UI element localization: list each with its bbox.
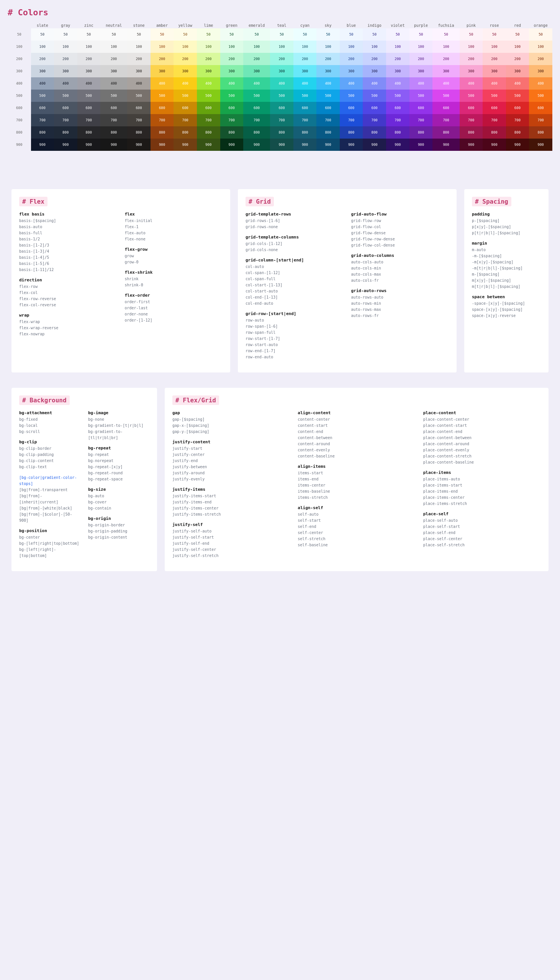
color-cell-lime-200[interactable]: 200 [197,53,220,65]
color-cell-slate-800[interactable]: 800 [31,126,54,139]
color-cell-purple-400[interactable]: 400 [410,77,433,90]
color-cell-amber-50[interactable]: 50 [150,28,174,41]
color-cell-amber-200[interactable]: 200 [150,53,174,65]
color-cell-emerald-600[interactable]: 600 [243,102,270,114]
color-cell-lime-500[interactable]: 500 [197,90,220,102]
color-cell-orange-600[interactable]: 600 [529,102,552,114]
color-cell-emerald-800[interactable]: 800 [243,126,270,139]
color-cell-sky-600[interactable]: 600 [317,102,340,114]
color-cell-blue-200[interactable]: 200 [340,53,363,65]
color-cell-violet-800[interactable]: 800 [386,126,410,139]
color-cell-cyan-600[interactable]: 600 [293,102,317,114]
color-cell-red-50[interactable]: 50 [506,28,529,41]
color-cell-cyan-100[interactable]: 100 [293,41,317,53]
color-cell-pink-400[interactable]: 400 [460,77,483,90]
color-cell-neutral-400[interactable]: 400 [100,77,127,90]
color-cell-cyan-200[interactable]: 200 [293,53,317,65]
color-cell-pink-500[interactable]: 500 [460,90,483,102]
color-cell-green-400[interactable]: 400 [220,77,243,90]
color-cell-stone-200[interactable]: 200 [127,53,150,65]
color-cell-emerald-100[interactable]: 100 [243,41,270,53]
color-cell-emerald-500[interactable]: 500 [243,90,270,102]
color-cell-purple-200[interactable]: 200 [410,53,433,65]
color-cell-emerald-300[interactable]: 300 [243,65,270,77]
color-cell-violet-200[interactable]: 200 [386,53,410,65]
color-cell-amber-300[interactable]: 300 [150,65,174,77]
color-cell-stone-700[interactable]: 700 [127,114,150,126]
color-cell-gray-900[interactable]: 900 [54,139,77,151]
color-cell-neutral-500[interactable]: 500 [100,90,127,102]
color-cell-fuchsia-200[interactable]: 200 [432,53,459,65]
color-cell-slate-50[interactable]: 50 [31,28,54,41]
color-cell-red-200[interactable]: 200 [506,53,529,65]
color-cell-fuchsia-400[interactable]: 400 [432,77,459,90]
color-cell-gray-400[interactable]: 400 [54,77,77,90]
color-cell-violet-50[interactable]: 50 [386,28,410,41]
color-cell-zinc-300[interactable]: 300 [77,65,101,77]
color-cell-purple-500[interactable]: 500 [410,90,433,102]
color-cell-green-800[interactable]: 800 [220,126,243,139]
color-cell-yellow-200[interactable]: 200 [173,53,197,65]
color-cell-lime-100[interactable]: 100 [197,41,220,53]
color-cell-violet-300[interactable]: 300 [386,65,410,77]
color-cell-lime-700[interactable]: 700 [197,114,220,126]
color-cell-orange-100[interactable]: 100 [529,41,552,53]
color-cell-rose-500[interactable]: 500 [483,90,506,102]
color-cell-emerald-400[interactable]: 400 [243,77,270,90]
color-cell-rose-300[interactable]: 300 [483,65,506,77]
color-cell-teal-900[interactable]: 900 [270,139,293,151]
color-cell-amber-100[interactable]: 100 [150,41,174,53]
color-cell-teal-800[interactable]: 800 [270,126,293,139]
color-cell-teal-500[interactable]: 500 [270,90,293,102]
color-cell-purple-300[interactable]: 300 [410,65,433,77]
color-cell-green-500[interactable]: 500 [220,90,243,102]
color-cell-red-800[interactable]: 800 [506,126,529,139]
color-cell-purple-600[interactable]: 600 [410,102,433,114]
color-cell-yellow-600[interactable]: 600 [173,102,197,114]
color-cell-violet-400[interactable]: 400 [386,77,410,90]
color-cell-purple-800[interactable]: 800 [410,126,433,139]
color-cell-cyan-400[interactable]: 400 [293,77,317,90]
color-cell-lime-300[interactable]: 300 [197,65,220,77]
color-cell-indigo-600[interactable]: 600 [363,102,386,114]
color-cell-stone-100[interactable]: 100 [127,41,150,53]
color-cell-green-600[interactable]: 600 [220,102,243,114]
color-cell-fuchsia-100[interactable]: 100 [432,41,459,53]
color-cell-neutral-900[interactable]: 900 [100,139,127,151]
color-cell-slate-700[interactable]: 700 [31,114,54,126]
color-cell-pink-200[interactable]: 200 [460,53,483,65]
color-cell-slate-600[interactable]: 600 [31,102,54,114]
color-cell-lime-800[interactable]: 800 [197,126,220,139]
color-cell-rose-50[interactable]: 50 [483,28,506,41]
color-cell-neutral-600[interactable]: 600 [100,102,127,114]
color-cell-neutral-50[interactable]: 50 [100,28,127,41]
color-cell-indigo-500[interactable]: 500 [363,90,386,102]
color-cell-cyan-700[interactable]: 700 [293,114,317,126]
color-cell-zinc-800[interactable]: 800 [77,126,101,139]
color-cell-gray-500[interactable]: 500 [54,90,77,102]
color-cell-purple-100[interactable]: 100 [410,41,433,53]
color-cell-neutral-800[interactable]: 800 [100,126,127,139]
color-cell-lime-400[interactable]: 400 [197,77,220,90]
color-cell-orange-400[interactable]: 400 [529,77,552,90]
color-cell-zinc-200[interactable]: 200 [77,53,101,65]
color-cell-emerald-700[interactable]: 700 [243,114,270,126]
color-cell-fuchsia-500[interactable]: 500 [432,90,459,102]
color-cell-rose-800[interactable]: 800 [483,126,506,139]
color-cell-pink-100[interactable]: 100 [460,41,483,53]
color-cell-rose-700[interactable]: 700 [483,114,506,126]
color-cell-blue-800[interactable]: 800 [340,126,363,139]
color-cell-red-500[interactable]: 500 [506,90,529,102]
color-cell-rose-400[interactable]: 400 [483,77,506,90]
color-cell-blue-400[interactable]: 400 [340,77,363,90]
color-cell-stone-900[interactable]: 900 [127,139,150,151]
color-cell-sky-800[interactable]: 800 [317,126,340,139]
color-cell-purple-50[interactable]: 50 [410,28,433,41]
color-cell-purple-900[interactable]: 900 [410,139,433,151]
color-cell-pink-900[interactable]: 900 [460,139,483,151]
color-cell-green-900[interactable]: 900 [220,139,243,151]
color-cell-amber-400[interactable]: 400 [150,77,174,90]
color-cell-green-700[interactable]: 700 [220,114,243,126]
color-cell-lime-600[interactable]: 600 [197,102,220,114]
color-cell-fuchsia-700[interactable]: 700 [432,114,459,126]
